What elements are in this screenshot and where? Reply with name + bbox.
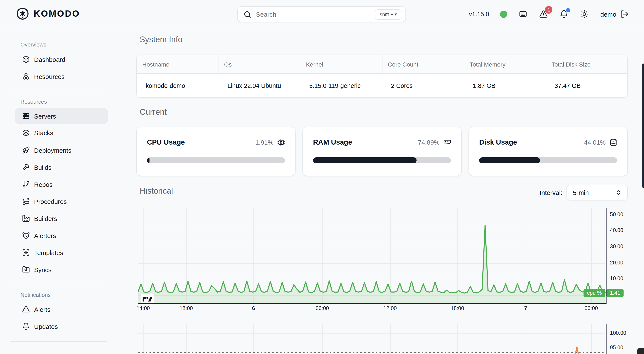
updates-indicator-dot — [566, 8, 570, 12]
sidebar-item-deployments[interactable]: Deployments — [15, 142, 108, 158]
komodo-logo-icon — [16, 7, 29, 20]
page-scrollbar-thumb[interactable] — [642, 64, 644, 188]
boxes-icon — [22, 73, 30, 80]
sidebar-item-alerters[interactable]: Alerters — [15, 228, 108, 243]
search-box[interactable]: shift + s — [237, 7, 406, 22]
brand[interactable]: KOMODO — [16, 7, 80, 20]
card-value: 1.91% — [255, 139, 274, 146]
sidebar: OverviewsDashboardResourcesResourcesServ… — [0, 28, 128, 354]
sidebar-section-label: Notifications — [20, 292, 51, 298]
ram-usage-card[interactable]: RAM Usage74.89% — [302, 127, 462, 176]
sidebar-item-syncs[interactable]: Syncs — [15, 262, 108, 277]
table-cell: komodo-demo — [137, 74, 218, 98]
tradingview-logo[interactable] — [140, 294, 154, 306]
sidebar-divider — [10, 89, 107, 89]
package-icon — [22, 55, 30, 63]
search-input[interactable] — [256, 11, 371, 18]
chevrons-up-down-icon — [615, 189, 622, 196]
sidebar-item-builders[interactable]: Builders — [15, 211, 108, 226]
interval-select[interactable]: 5-min — [566, 185, 628, 201]
folder-sync-icon — [22, 266, 30, 273]
search-shortcut-hint: shift + s — [375, 9, 402, 20]
top-bar: KOMODO shift + s v1.15.0 1 — [0, 0, 644, 28]
y-axis-tick-label: 40.00 — [610, 228, 623, 234]
sidebar-divider — [10, 282, 107, 282]
x-axis-tick-label: 6 — [252, 305, 255, 311]
sidebar-item-templates[interactable]: Templates — [15, 245, 108, 260]
core-status-dot[interactable] — [500, 11, 508, 18]
card-title: Disk Usage — [479, 138, 517, 146]
komodo-app: KOMODO shift + s v1.15.0 1 — [0, 0, 644, 354]
sidebar-item-stacks[interactable]: Stacks — [15, 125, 108, 140]
database-icon — [610, 138, 617, 146]
user-menu[interactable]: demo — [600, 10, 629, 18]
sidebar-item-settings[interactable]: Settings — [15, 353, 108, 354]
logout-icon — [620, 10, 629, 18]
column-header: Os — [218, 55, 300, 73]
sidebar-item-label: Templates — [34, 249, 63, 256]
column-header: Total Memory — [464, 55, 546, 73]
current-value-badge: 1.41 — [606, 288, 624, 297]
floating-corner-button[interactable] — [637, 347, 644, 354]
template-gear-icon — [22, 249, 30, 256]
sidebar-item-alerts[interactable]: Alerts — [15, 301, 108, 317]
sidebar-item-builds[interactable]: Builds — [15, 159, 108, 175]
sidebar-item-dashboard[interactable]: Dashboard — [15, 52, 108, 67]
y-axis-tick-label: 95.00 — [610, 345, 623, 350]
theme-toggle-button[interactable] — [580, 9, 589, 19]
sidebar-item-procedures[interactable]: Procedures — [15, 194, 108, 209]
sidebar-section-label: Resources — [20, 99, 47, 105]
column-header: Total Disk Size — [546, 55, 628, 73]
sidebar-item-updates[interactable]: Updates — [15, 319, 108, 334]
sidebar-item-label: Builders — [34, 215, 57, 222]
y-axis-tick-label: 100.00 — [610, 330, 626, 336]
column-header: Hostname — [137, 55, 218, 73]
usage-progress-bar — [313, 157, 451, 163]
y-axis-tick-label: 50.00 — [610, 211, 623, 217]
y-axis-tick-label: 30.00 — [610, 244, 623, 250]
usage-progress-bar — [147, 157, 285, 163]
updates-button[interactable] — [560, 9, 569, 19]
sidebar-item-servers[interactable]: Servers — [15, 108, 108, 124]
table-cell: 5.15.0-119-generic — [300, 74, 382, 98]
hammer-icon — [22, 163, 30, 171]
sidebar-item-label: Alerters — [34, 232, 56, 239]
alert-count-badge: 1 — [545, 6, 553, 14]
sidebar-item-label: Resources — [34, 73, 64, 80]
interval-label: Interval: — [540, 189, 562, 196]
keyboard-icon — [519, 10, 528, 18]
table-row[interactable]: komodo-demoLinux 22.04 Ubuntu5.15.0-119-… — [137, 74, 628, 98]
table-cell: Linux 22.04 Ubuntu — [218, 74, 300, 98]
sidebar-item-label: Stacks — [34, 129, 53, 136]
interval-value: 5-min — [573, 189, 589, 196]
sidebar-item-label: Servers — [34, 112, 56, 120]
sidebar-item-label: Dashboard — [34, 56, 66, 63]
system-info-heading: System Info — [140, 35, 182, 44]
card-title: RAM Usage — [313, 138, 352, 146]
column-header: Kernel — [300, 55, 382, 73]
layers-icon — [22, 129, 30, 137]
y-axis-tick-label: 10.00 — [610, 276, 623, 282]
cpu-usage-card[interactable]: CPU Usage1.91% — [136, 127, 296, 176]
sidebar-item-repos[interactable]: Repos — [15, 176, 108, 192]
table-cell: 1.87 GB — [464, 74, 546, 98]
cpu-icon — [277, 138, 285, 146]
x-axis-tick-label: 06:00 — [584, 305, 598, 311]
system-info-table[interactable]: HostnameOsKernelCore CountTotal MemoryTo… — [136, 55, 628, 98]
alerts-button[interactable]: 1 — [539, 9, 548, 19]
x-axis-tick-label: 18:00 — [451, 305, 464, 311]
git-branch-icon — [22, 181, 30, 188]
route-icon — [22, 198, 30, 205]
keyboard-shortcuts-button[interactable] — [518, 9, 528, 19]
sidebar-item-label: Alerts — [34, 306, 50, 313]
card-value: 44.01% — [584, 139, 606, 146]
rocket-icon — [22, 146, 30, 154]
y-axis-tick-label: 20.00 — [610, 260, 623, 265]
version-label: v1.15.0 — [469, 11, 489, 18]
system-info-table-header: HostnameOsKernelCore CountTotal MemoryTo… — [137, 55, 628, 74]
alarm-clock-icon — [22, 232, 30, 239]
disk-usage-card[interactable]: Disk Usage44.01% — [468, 127, 628, 176]
sidebar-item-resources[interactable]: Resources — [15, 69, 108, 84]
bell-icon — [22, 322, 30, 330]
usage-progress-bar — [479, 157, 617, 163]
